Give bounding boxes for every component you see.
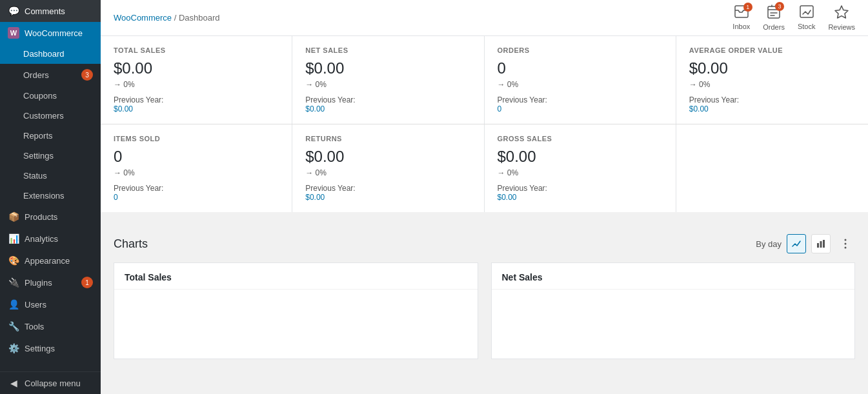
sidebar-item-tools[interactable]: 🔧 Tools (0, 315, 101, 337)
products-icon: 📦 (8, 211, 19, 222)
stat-change-orders: → 0% (498, 80, 663, 89)
stat-prev-label-net-sales: Previous Year: (305, 95, 470, 104)
sidebar-item-label: Analytics (25, 234, 58, 244)
appearance-icon: 🎨 (8, 255, 19, 266)
sidebar-item-plugins[interactable]: 🔌 Plugins 1 (0, 271, 101, 293)
chart-card-total-sales: Total Sales (114, 262, 478, 359)
stat-change-gross-sales: → 0% (498, 168, 663, 177)
sidebar-item-label: Dashboard (23, 49, 65, 59)
stock-icon (800, 5, 814, 21)
topbar-orders[interactable]: 3 Orders (763, 5, 785, 31)
stat-card-total-sales: TOTAL SALES $0.00 → 0% Previous Year: $0… (101, 36, 292, 124)
plugins-icon: 🔌 (8, 277, 19, 288)
stat-prev-label-gross-sales: Previous Year: (498, 184, 663, 193)
stat-label-avg-order: AVERAGE ORDER VALUE (689, 46, 855, 54)
stat-label-items-sold: ITEMS SOLD (114, 135, 279, 143)
chart-body-net-sales (492, 290, 855, 354)
sidebar: 💬 Comments W WooCommerce Dashboard Order… (0, 0, 101, 394)
topbar-inbox[interactable]: 1 Inbox (732, 5, 750, 30)
sidebar-item-analytics[interactable]: 📊 Analytics (0, 228, 101, 250)
svg-rect-2 (800, 6, 813, 17)
svg-marker-3 (835, 6, 848, 18)
chart-title-total-sales: Total Sales (114, 263, 478, 290)
chart-more-button[interactable] (836, 234, 855, 253)
stat-change-items-sold: → 0% (114, 168, 279, 177)
chart-title-net-sales: Net Sales (492, 263, 855, 290)
sidebar-item-label: Reports (23, 131, 53, 141)
analytics-icon: 📊 (8, 233, 19, 244)
stat-prev-label-avg-order: Previous Year: (689, 95, 855, 104)
stat-value-avg-order: $0.00 (689, 59, 855, 77)
stats-row-1: TOTAL SALES $0.00 → 0% Previous Year: $0… (101, 36, 868, 124)
sidebar-item-extensions[interactable]: Extensions (0, 186, 101, 206)
stat-card-gross-sales: GROSS SALES $0.00 → 0% Previous Year: $0… (485, 124, 676, 212)
users-icon: 👤 (8, 299, 19, 310)
sidebar-item-woocommerce[interactable]: W WooCommerce (0, 22, 101, 44)
sidebar-item-reports[interactable]: Reports (0, 126, 101, 146)
charts-title: Charts (114, 237, 148, 251)
svg-rect-6 (823, 240, 825, 248)
sidebar-item-dashboard[interactable]: Dashboard (0, 44, 101, 64)
svg-point-7 (845, 239, 847, 241)
sidebar-item-label: Appearance (25, 256, 70, 266)
stat-prev-value-total-sales: $0.00 (114, 104, 279, 113)
stat-prev-value-gross-sales: $0.00 (498, 193, 663, 202)
sidebar-item-settings[interactable]: ⚙️ Settings (0, 337, 101, 359)
charts-header: Charts By day (101, 225, 868, 262)
sidebar-item-status[interactable]: Status (0, 166, 101, 186)
chart-body-total-sales (114, 290, 478, 354)
chart-bar-view-button[interactable] (811, 234, 831, 253)
topbar-stock-label: Stock (798, 23, 816, 30)
topbar-reviews-label: Reviews (828, 23, 855, 31)
stat-value-net-sales: $0.00 (305, 59, 470, 77)
sidebar-item-label: Products (25, 212, 57, 222)
sidebar-item-comments[interactable]: 💬 Comments (0, 0, 101, 22)
sidebar-item-appearance[interactable]: 🎨 Appearance (0, 250, 101, 271)
stat-prev-label-total-sales: Previous Year: (114, 95, 279, 104)
sidebar-item-label: Collapse menu (25, 379, 81, 388)
stat-label-orders: ORDERS (498, 46, 663, 54)
sidebar-item-label: Customers (23, 111, 64, 121)
charts-section: Charts By day (101, 225, 868, 372)
sidebar-item-coupons[interactable]: Coupons (0, 86, 101, 106)
content-area: TOTAL SALES $0.00 → 0% Previous Year: $0… (101, 36, 868, 394)
stat-prev-value-returns: $0.00 (305, 193, 470, 202)
topbar-stock[interactable]: Stock (798, 5, 816, 30)
inbox-badge: 1 (743, 3, 752, 12)
svg-rect-4 (817, 243, 819, 248)
svg-rect-5 (820, 241, 822, 248)
orders-icon: 3 (767, 5, 780, 22)
collapse-menu-button[interactable]: ◀ Collapse menu (0, 372, 101, 394)
topbar-icons: 1 Inbox 3 Orders (732, 5, 855, 31)
stat-value-gross-sales: $0.00 (498, 148, 663, 166)
sidebar-item-products[interactable]: 📦 Products (0, 206, 101, 228)
collapse-menu-section: ◀ Collapse menu (0, 371, 101, 394)
stat-prev-value-avg-order: $0.00 (689, 104, 855, 113)
stat-change-returns: → 0% (305, 168, 470, 177)
chart-line-view-button[interactable] (787, 234, 806, 253)
sidebar-item-label: Comments (25, 6, 65, 16)
tools-icon: 🔧 (8, 320, 19, 332)
stat-prev-label-items-sold: Previous Year: (114, 184, 279, 193)
sidebar-item-settings-woo[interactable]: Settings (0, 146, 101, 166)
sidebar-item-users[interactable]: 👤 Users (0, 293, 101, 315)
sidebar-item-label: Status (23, 171, 47, 181)
breadcrumb-separator: / (174, 13, 177, 23)
sidebar-item-label: Plugins (25, 278, 52, 288)
topbar-inbox-label: Inbox (732, 23, 750, 30)
breadcrumb-link[interactable]: WooCommerce (114, 13, 172, 23)
charts-filter-label[interactable]: By day (756, 239, 782, 249)
stat-change-avg-order: → 0% (689, 80, 855, 89)
sidebar-item-label: Settings (23, 151, 54, 161)
stat-card-avg-order: AVERAGE ORDER VALUE $0.00 → 0% Previous … (676, 36, 868, 124)
stat-card-net-sales: NET SALES $0.00 → 0% Previous Year: $0.0… (292, 36, 484, 124)
sidebar-item-label: Coupons (23, 91, 57, 101)
stat-prev-value-orders: 0 (498, 104, 663, 113)
sidebar-item-customers[interactable]: Customers (0, 106, 101, 126)
stat-prev-label-orders: Previous Year: (498, 95, 663, 104)
topbar-reviews[interactable]: Reviews (828, 5, 855, 31)
woocommerce-icon: W (8, 27, 19, 39)
settings-icon: ⚙️ (8, 342, 19, 354)
sidebar-item-orders[interactable]: Orders 3 (0, 64, 101, 86)
orders-badge: 3 (81, 69, 93, 81)
